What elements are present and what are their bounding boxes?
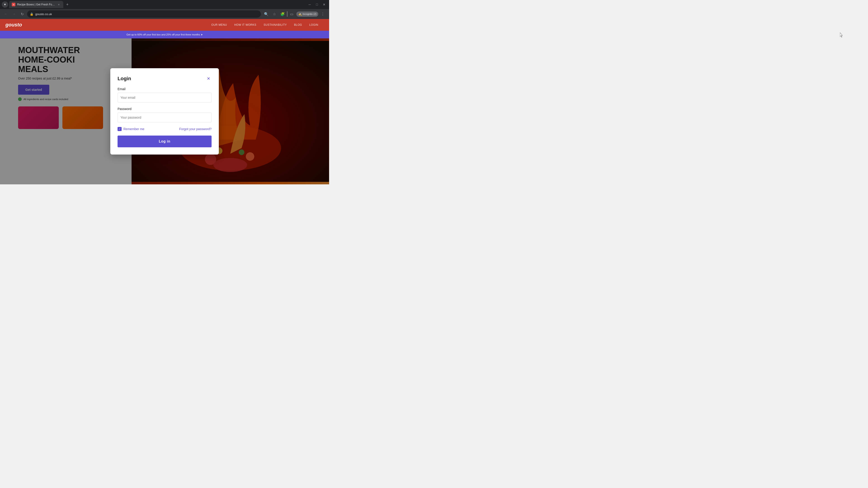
split-view-button[interactable]: ▭ [288, 10, 296, 18]
extensions-button[interactable]: 🧩 [279, 10, 286, 18]
new-tab-button[interactable]: + [64, 1, 70, 8]
modal-header: Login ✕ [118, 75, 212, 82]
tab-title: Recipe Boxes | Get Fresh Food ... [17, 3, 55, 6]
login-modal: Login ✕ Email Password ✓ Remember me [110, 68, 219, 155]
remember-me-checkbox[interactable]: ✓ [118, 127, 122, 131]
modal-overlay[interactable]: Login ✕ Email Password ✓ Remember me [0, 38, 329, 184]
incognito-badge[interactable]: 🕵 Incognito (2) [296, 11, 318, 17]
incognito-label: Incognito (2) [303, 13, 316, 15]
website: gousto OUR MENU HOW IT WORKS SUSTAINABIL… [0, 19, 329, 184]
tab-bar: ▼ G Recipe Boxes | Get Fresh Food ... ✕ … [0, 0, 329, 9]
forgot-password-link[interactable]: Forgot your password? [179, 127, 212, 131]
email-label: Email [118, 87, 212, 91]
modal-title: Login [118, 76, 131, 82]
menu-button[interactable]: ⋮ [319, 10, 327, 18]
password-field-group: Password [118, 107, 212, 123]
browser-chrome: ▼ G Recipe Boxes | Get Fresh Food ... ✕ … [0, 0, 329, 19]
maximize-button[interactable]: □ [314, 1, 320, 8]
minimize-button[interactable]: ─ [307, 1, 313, 8]
nav-login[interactable]: LOGIN [309, 23, 318, 26]
promo-bar[interactable]: Get up to 60% off your first box and 25%… [0, 31, 329, 38]
tab-close-button[interactable]: ✕ [57, 3, 61, 6]
login-button[interactable]: Log in [118, 135, 212, 147]
tab-favicon: G [12, 3, 16, 6]
nav-blog[interactable]: BLOG [294, 23, 302, 26]
url-bar[interactable]: 🔒 gousto.co.uk [27, 10, 261, 18]
back-button[interactable]: ← [3, 11, 9, 17]
tab-group-toggle[interactable]: ▼ [2, 1, 8, 8]
forward-button[interactable]: → [11, 11, 17, 17]
promo-text: Get up to 60% off your first box and 25%… [126, 33, 203, 36]
email-field-group: Email [118, 87, 212, 103]
refresh-button[interactable]: ↻ [19, 11, 25, 17]
address-bar: ← → ↻ 🔒 gousto.co.uk 🔍 ☆ 🧩 ▭ 🕵 Incognito… [0, 9, 329, 19]
remember-me-label: Remember me [123, 127, 145, 131]
toolbar-right: 🔍 ☆ 🧩 ▭ 🕵 Incognito (2) ⋮ [263, 10, 327, 18]
url-text: gousto.co.uk [35, 12, 52, 16]
search-button[interactable]: 🔍 [263, 10, 270, 18]
form-options: ✓ Remember me Forgot your password? [118, 127, 212, 131]
bookmark-button[interactable]: ☆ [271, 10, 278, 18]
password-label: Password [118, 107, 212, 111]
header-nav: OUR MENU HOW IT WORKS SUSTAINABILITY BLO… [211, 23, 318, 26]
bg-content: MOUTHWATER HOME-COOKI MEALS Over 250 rec… [0, 38, 329, 184]
site-header: gousto OUR MENU HOW IT WORKS SUSTAINABIL… [0, 19, 329, 31]
nav-our-menu[interactable]: OUR MENU [211, 23, 227, 26]
close-window-button[interactable]: ✕ [321, 1, 327, 8]
remember-me-container[interactable]: ✓ Remember me [118, 127, 145, 131]
gousto-logo: gousto [5, 22, 22, 28]
modal-close-button[interactable]: ✕ [205, 75, 212, 82]
nav-how-it-works[interactable]: HOW IT WORKS [234, 23, 256, 26]
window-controls: ─ □ ✕ [307, 1, 327, 8]
active-tab[interactable]: G Recipe Boxes | Get Fresh Food ... ✕ [9, 1, 63, 8]
password-input[interactable] [118, 112, 212, 123]
email-input[interactable] [118, 93, 212, 103]
nav-sustainability[interactable]: SUSTAINABILITY [264, 23, 287, 26]
